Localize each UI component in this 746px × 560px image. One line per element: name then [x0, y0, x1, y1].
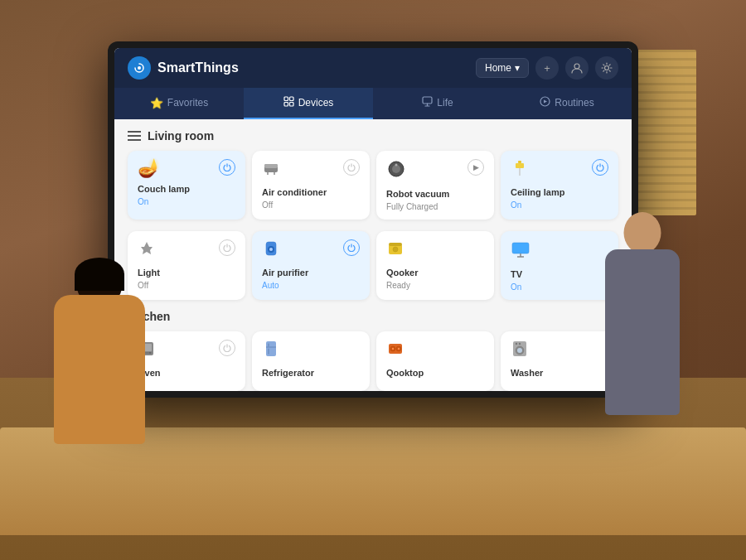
dropdown-arrow: ▾ [515, 62, 520, 74]
air-conditioner-icon [262, 159, 280, 181]
svg-point-47 [519, 343, 521, 345]
favorites-icon: ⭐ [150, 97, 163, 109]
oven-power[interactable] [219, 340, 235, 356]
svg-rect-7 [289, 103, 293, 107]
device-card-air-purifier[interactable]: Air purifier Auto [252, 231, 370, 300]
tab-routines[interactable]: Routines [502, 88, 632, 119]
qooktop-name: Qooktop [386, 368, 484, 378]
svg-rect-5 [289, 97, 293, 101]
washer-icon [511, 340, 529, 361]
svg-point-22 [269, 248, 273, 251]
qooktop-icon [386, 340, 404, 361]
air-purifier-power[interactable] [343, 239, 360, 256]
device-card-refrigerator[interactable]: Refrigerator [252, 331, 370, 391]
couch-lamp-status: On [138, 197, 235, 206]
tv-icon [511, 239, 530, 263]
kitchen-header: Kitchen [128, 310, 618, 323]
couch-lamp-name: Couch lamp [138, 184, 235, 194]
routines-icon [540, 96, 550, 109]
robot-vacuum-name: Robot vacuum [386, 189, 484, 199]
refrigerator-name: Refrigerator [262, 368, 360, 378]
couch-lamp-power[interactable] [219, 159, 235, 176]
kitchen-grid: Oven Refrigera [128, 331, 618, 391]
air-conditioner-name: Air conditioner [262, 187, 360, 197]
svg-point-2 [574, 64, 579, 69]
svg-rect-34 [266, 341, 276, 356]
ceiling-lamp-power[interactable] [592, 159, 608, 176]
svg-point-1 [138, 66, 141, 70]
app-logo: SmartThings [128, 56, 239, 80]
qooker-name: Qooker [386, 268, 484, 278]
qooker-icon [386, 239, 404, 261]
svg-rect-24 [389, 243, 402, 246]
living-room-header: Living room [128, 129, 618, 142]
ceiling-lamp-icon [511, 159, 529, 181]
device-card-air-conditioner[interactable]: Air conditioner Off [252, 151, 370, 220]
tv-frame: SmartThings Home ▾ + [108, 41, 638, 398]
favorites-label: Favorites [167, 97, 208, 109]
window-blind [630, 50, 696, 215]
air-conditioner-status: Off [262, 200, 360, 210]
device-card-qooktop[interactable]: Qooktop [376, 331, 494, 391]
robot-vacuum-play[interactable]: ▶ [467, 159, 484, 176]
air-conditioner-power[interactable] [343, 159, 360, 176]
user-button[interactable] [565, 56, 589, 80]
tab-devices[interactable]: Devices [244, 88, 373, 119]
svg-rect-26 [512, 243, 529, 253]
routines-label: Routines [555, 97, 593, 109]
navigation-tabs: ⭐ Favorites Devices [114, 88, 632, 119]
living-room-grid-2: Light Off [128, 231, 618, 300]
life-icon [422, 96, 433, 109]
couch-lamp-icon: 🪔 [138, 159, 160, 177]
smartthings-logo-icon [128, 56, 151, 80]
menu-icon[interactable] [128, 131, 141, 141]
device-card-qooker[interactable]: Qooker Ready [376, 231, 494, 300]
main-content: Living room 🪔 Couch lamp On [114, 119, 632, 391]
person-right [593, 212, 692, 510]
robot-vacuum-status: Fully Charged [386, 202, 484, 211]
person-right-container [593, 196, 700, 510]
qooker-status: Ready [386, 281, 484, 290]
device-card-couch-lamp[interactable]: 🪔 Couch lamp On [128, 151, 245, 220]
person-left-container [17, 229, 182, 494]
air-purifier-name: Air purifier [262, 268, 360, 278]
svg-point-45 [517, 348, 522, 353]
svg-rect-6 [284, 103, 288, 107]
add-button[interactable]: + [535, 56, 559, 80]
svg-rect-4 [284, 97, 288, 101]
app-header: SmartThings Home ▾ + [114, 48, 632, 88]
svg-rect-8 [423, 97, 432, 104]
robot-vacuum-icon [386, 159, 406, 182]
living-room-title: Living room [148, 129, 214, 142]
tab-favorites[interactable]: ⭐ Favorites [114, 88, 244, 119]
svg-point-16 [395, 164, 398, 167]
home-label: Home [485, 62, 511, 74]
device-card-robot-vacuum[interactable]: ▶ Robot vacuum Fully Charged [376, 151, 494, 220]
svg-rect-11 [264, 164, 278, 168]
svg-point-3 [605, 66, 609, 70]
tv-screen: SmartThings Home ▾ + [114, 48, 632, 391]
home-selector[interactable]: Home ▾ [476, 58, 529, 78]
svg-rect-17 [518, 161, 521, 163]
devices-label: Devices [298, 97, 334, 109]
settings-button[interactable] [595, 56, 618, 80]
devices-icon [283, 96, 294, 109]
person-left [33, 245, 166, 494]
svg-point-25 [393, 247, 398, 252]
header-controls: Home ▾ + [476, 56, 618, 80]
life-label: Life [437, 97, 453, 109]
svg-point-42 [398, 348, 400, 350]
air-purifier-icon [262, 239, 280, 261]
svg-point-46 [516, 343, 517, 345]
light-power[interactable] [219, 239, 235, 256]
svg-rect-18 [516, 163, 524, 168]
air-purifier-status: Auto [262, 281, 360, 290]
svg-point-41 [392, 348, 394, 350]
app-name: SmartThings [157, 60, 239, 75]
living-room-grid-1: 🪔 Couch lamp On [128, 151, 618, 220]
tab-life[interactable]: Life [373, 88, 502, 119]
refrigerator-icon [262, 340, 280, 361]
